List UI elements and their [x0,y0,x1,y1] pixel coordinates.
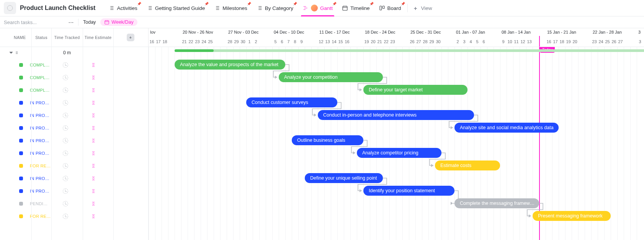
table-row[interactable]: FOR RE… [0,159,148,172]
timeline-day: 22 [383,36,389,47]
table-row[interactable]: PENDI… [0,197,148,210]
time-estimate-cell[interactable] [79,151,108,156]
time-tracked-cell[interactable] [52,75,79,80]
list-avatar[interactable] [4,2,16,14]
hourglass-icon [91,113,96,118]
board-icon [379,5,385,11]
gantt-chart[interactable]: lov20 Nov - 26 Nov27 Nov - 03 Dec04 Dec … [149,28,644,240]
timeline-week: lov [149,28,181,36]
time-tracked-cell[interactable] [52,188,79,194]
gantt-icon [302,5,309,11]
table-row[interactable]: FOR RE… [0,210,148,222]
table-row[interactable]: IN PRO… [0,134,148,147]
status-label: IN PRO… [23,189,52,193]
col-status[interactable]: Status [31,35,51,40]
gantt-body[interactable]: TodayAnalyze the value and prospects of … [149,47,644,240]
dependency-arrow [310,101,345,117]
clock-icon [63,88,68,93]
time-tracked-cell[interactable] [52,100,79,105]
more-options-button[interactable]: ··· [67,19,75,25]
timeline-day: 5 [272,36,279,47]
status-label: IN PRO… [23,113,52,118]
time-tracked-cell[interactable] [52,88,79,93]
status-label: PENDI… [23,201,52,206]
today-button[interactable]: Today [82,19,97,26]
tab-activities[interactable]: Activities📌 [104,0,142,16]
time-tracked-cell[interactable] [52,201,79,206]
dependency-arrow [525,202,547,217]
tab-gantt[interactable]: Gantt📌 [298,0,337,16]
timeline-day: 18 [162,36,168,47]
table-row[interactable]: COMPL… [0,84,148,96]
timeline-day: 28 [227,36,233,47]
timeline-day: 10 [507,36,513,47]
time-tracked-cell[interactable] [52,62,79,68]
add-view-button[interactable]: +View [409,0,437,16]
clock-icon [63,188,68,194]
add-column-button[interactable]: + [127,34,134,41]
timeline-week: 22 Jan - 28 Jan [591,28,637,36]
tab-timeline[interactable]: Timeline📌 [337,0,374,16]
time-tracked-cell[interactable] [52,125,79,131]
dependency-arrow [427,151,449,167]
table-row[interactable]: IN PRO… [0,147,148,159]
time-estimate-cell[interactable] [79,138,108,143]
time-estimate-cell[interactable] [79,214,108,219]
time-tracked-cell[interactable] [52,214,79,219]
timeline-week: 3 [637,28,643,36]
summary-row[interactable]: 0 m [0,47,148,58]
timeline-day: 19 [565,36,572,47]
col-time-tracked[interactable]: Time Tracked [51,35,83,40]
tab-cat[interactable]: By Category📌 [252,0,298,16]
collapse-icon[interactable] [9,51,13,55]
timeline-day: 3 [637,36,643,47]
table-row[interactable]: COMPL… [0,58,148,71]
gantt-bar[interactable]: Analyze the value and prospects of the m… [175,60,285,70]
clock-icon [63,151,68,156]
tab-gsg[interactable]: Getting Started Guide📌 [142,0,210,16]
time-tracked-cell[interactable] [52,138,79,143]
time-tracked-cell[interactable] [52,151,79,156]
timeline-day: 16 [546,36,552,47]
time-estimate-cell[interactable] [79,113,108,118]
table-row[interactable]: IN PRO… [0,122,148,134]
summary-bar[interactable] [175,49,644,52]
table-row[interactable]: IN PRO… [0,172,148,185]
timeline-day: 21 [181,36,188,47]
timeline-day: 20 [572,36,578,47]
time-estimate-cell[interactable] [79,75,108,80]
top-bar: Product Launch Checklist Activities📌Gett… [0,0,644,16]
pin-icon: 📌 [204,2,209,6]
time-estimate-cell[interactable] [79,88,108,93]
dependency-arrow [447,114,482,129]
time-estimate-cell[interactable] [79,163,108,169]
timeline-day: 23 [389,36,396,47]
time-tracked-cell[interactable] [52,176,79,181]
tab-board[interactable]: Board📌 [374,0,406,16]
status-label: COMPL… [23,88,52,92]
time-tracked-cell[interactable] [52,113,79,118]
time-tracked-cell[interactable] [52,163,79,169]
table-row[interactable]: IN PRO… [0,96,148,109]
timeline-day: 23 [591,36,598,47]
timeline-day: 18 [559,36,565,47]
summary-time-tracked: 0 m [51,50,83,55]
time-estimate-cell[interactable] [79,100,108,105]
table-row[interactable]: IN PRO… [0,109,148,122]
time-estimate-cell[interactable] [79,201,108,206]
table-row[interactable]: IN PRO… [0,185,148,197]
hourglass-icon [91,201,96,206]
search-input[interactable] [3,18,64,27]
time-estimate-cell[interactable] [79,188,108,194]
tab-milestones[interactable]: Milestones📌 [209,0,252,16]
scale-toggle[interactable]: Week/Day [100,18,137,26]
time-estimate-cell[interactable] [79,176,108,181]
timeline-week: 08 Jan - 14 Jan [500,28,546,36]
col-name[interactable]: NAME [0,35,31,40]
table-row[interactable]: COMPL… [0,71,148,84]
time-estimate-cell[interactable] [79,125,108,131]
time-estimate-cell[interactable] [79,62,108,68]
list-icon [108,5,114,11]
col-time-estimate[interactable]: Time Estimate [83,35,113,40]
hourglass-icon [91,151,96,156]
